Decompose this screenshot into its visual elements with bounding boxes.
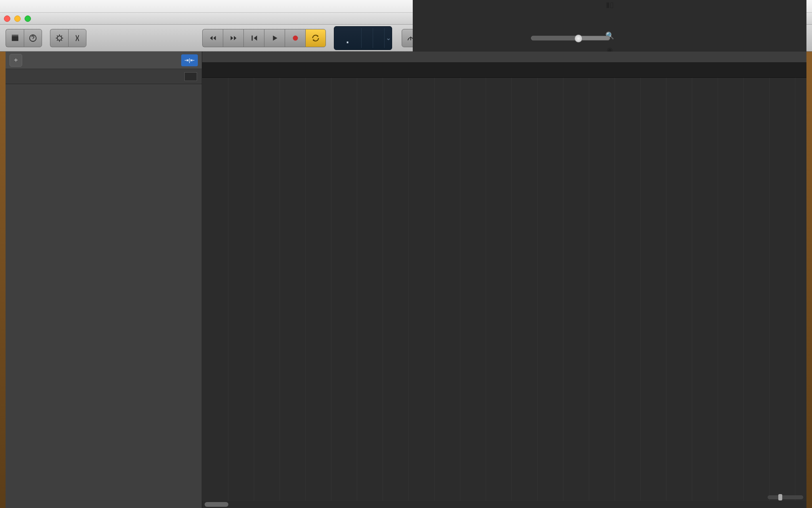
rewind-button[interactable] — [202, 29, 223, 47]
master-volume-slider[interactable] — [531, 36, 610, 40]
arrange-area — [202, 52, 806, 508]
close-window-button[interactable] — [4, 15, 10, 22]
quick-help-button[interactable] — [24, 29, 42, 47]
movie-thumbnail — [184, 72, 197, 81]
add-track-button[interactable]: ＋ — [10, 54, 22, 67]
horizontal-zoom-slider[interactable] — [768, 495, 803, 499]
svg-rect-0 — [11, 36, 18, 41]
svg-point-5 — [293, 35, 298, 40]
forward-button[interactable] — [223, 29, 243, 47]
macos-menubar: ◎ ⬢ ↻ ⌔ ▮▯ 🔍 ◉ ≣ — [0, 0, 812, 13]
lcd-display[interactable]: . ⌄ — [334, 26, 392, 50]
track-filter-button[interactable]: ⇥|⇤ — [181, 54, 198, 66]
library-button[interactable] — [6, 29, 24, 47]
svg-rect-1 — [11, 35, 18, 35]
svg-rect-4 — [251, 35, 253, 40]
zoom-window-button[interactable] — [25, 15, 31, 22]
arrange-lanes[interactable] — [202, 78, 806, 501]
editors-button[interactable] — [68, 29, 86, 47]
movie-track-header[interactable] — [6, 69, 202, 84]
cycle-button[interactable] — [305, 29, 326, 47]
minimize-window-button[interactable] — [14, 15, 21, 22]
svg-point-3 — [57, 36, 61, 40]
horizontal-scrollbar[interactable] — [202, 501, 806, 508]
transport-controls — [202, 29, 326, 47]
smart-controls-button[interactable] — [50, 29, 68, 47]
movie-filmstrip — [202, 63, 806, 78]
bar-ruler[interactable] — [202, 52, 806, 63]
lcd-mode-dropdown[interactable]: ⌄ — [385, 28, 392, 48]
battery-icon[interactable]: ▮▯ — [606, 0, 614, 9]
record-button[interactable] — [285, 29, 305, 47]
track-header-panel: ＋ ⇥|⇤ — [6, 52, 202, 508]
go-to-beginning-button[interactable] — [243, 29, 264, 47]
play-button[interactable] — [264, 29, 285, 47]
